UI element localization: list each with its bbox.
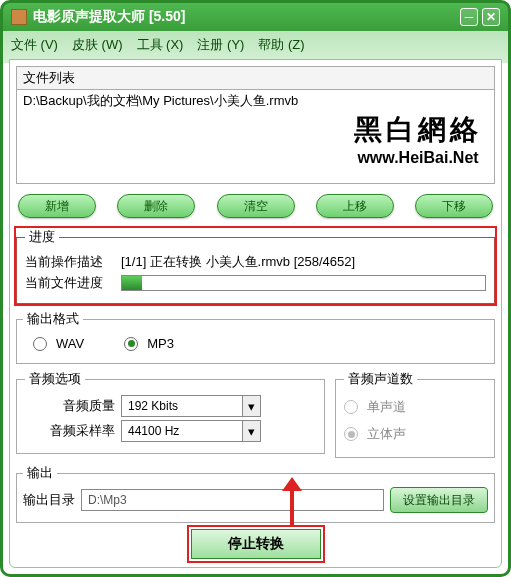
menubar: 文件 (V) 皮肤 (W) 工具 (X) 注册 (Y) 帮助 (Z) bbox=[3, 31, 508, 59]
output-dir-value: D:\Mp3 bbox=[88, 493, 127, 507]
progress-legend: 进度 bbox=[25, 228, 59, 246]
audio-quality-combo[interactable]: 192 Kbits ▾ bbox=[121, 395, 261, 417]
file-progress-label: 当前文件进度 bbox=[25, 274, 115, 292]
client-area: 文件列表 D:\Backup\我的文档\My Pictures\小美人鱼.rmv… bbox=[9, 59, 502, 568]
watermark-text: 黑白網絡 bbox=[354, 111, 482, 149]
audio-options-group: 音频选项 音频质量 192 Kbits ▾ 音频采样率 44100 Hz ▾ bbox=[16, 370, 325, 454]
radio-mono-label: 单声道 bbox=[367, 398, 406, 416]
current-op-value: [1/1] 正在转换 小美人鱼.rmvb [258/4652] bbox=[121, 253, 355, 271]
file-progress-fill bbox=[122, 276, 142, 290]
watermark-url: www.HeiBai.Net bbox=[354, 149, 482, 167]
radio-icon bbox=[344, 400, 358, 414]
file-list[interactable]: 文件列表 D:\Backup\我的文档\My Pictures\小美人鱼.rmv… bbox=[16, 66, 495, 184]
radio-icon bbox=[33, 337, 47, 351]
radio-icon bbox=[344, 427, 358, 441]
radio-mp3-label: MP3 bbox=[147, 336, 174, 351]
menu-register[interactable]: 注册 (Y) bbox=[197, 36, 244, 54]
delete-button[interactable]: 删除 bbox=[117, 194, 195, 218]
window-title: 电影原声提取大师 [5.50] bbox=[33, 8, 185, 26]
radio-mp3[interactable]: MP3 bbox=[124, 336, 174, 351]
list-toolbar: 新增 删除 清空 上移 下移 bbox=[16, 190, 495, 222]
menu-file[interactable]: 文件 (V) bbox=[11, 36, 58, 54]
chevron-down-icon: ▾ bbox=[242, 396, 260, 416]
move-down-button[interactable]: 下移 bbox=[415, 194, 493, 218]
radio-wav[interactable]: WAV bbox=[33, 336, 84, 351]
output-format-group: 输出格式 WAV MP3 bbox=[16, 310, 495, 364]
close-button[interactable]: ✕ bbox=[482, 8, 500, 26]
move-up-button[interactable]: 上移 bbox=[316, 194, 394, 218]
menu-skin[interactable]: 皮肤 (W) bbox=[72, 36, 123, 54]
audio-quality-value: 192 Kbits bbox=[122, 399, 242, 413]
audio-rate-value: 44100 Hz bbox=[122, 424, 242, 438]
menu-tools[interactable]: 工具 (X) bbox=[137, 36, 184, 54]
app-window: 电影原声提取大师 [5.50] ─ ✕ 文件 (V) 皮肤 (W) 工具 (X)… bbox=[0, 0, 511, 577]
stop-convert-button[interactable]: 停止转换 bbox=[191, 529, 321, 559]
menu-help[interactable]: 帮助 (Z) bbox=[258, 36, 304, 54]
audio-options-legend: 音频选项 bbox=[25, 370, 85, 388]
output-format-legend: 输出格式 bbox=[23, 310, 83, 328]
current-op-label: 当前操作描述 bbox=[25, 253, 115, 271]
set-output-dir-button[interactable]: 设置输出目录 bbox=[390, 487, 488, 513]
file-list-header: 文件列表 bbox=[17, 67, 494, 90]
app-icon bbox=[11, 9, 27, 25]
file-progress-bar bbox=[121, 275, 486, 291]
audio-rate-label: 音频采样率 bbox=[25, 422, 115, 440]
file-list-item[interactable]: D:\Backup\我的文档\My Pictures\小美人鱼.rmvb bbox=[23, 92, 488, 110]
output-legend: 输出 bbox=[23, 464, 57, 482]
channels-group: 音频声道数 单声道 立体声 bbox=[335, 370, 495, 458]
channels-legend: 音频声道数 bbox=[344, 370, 417, 388]
radio-icon bbox=[124, 337, 138, 351]
titlebar: 电影原声提取大师 [5.50] ─ ✕ bbox=[3, 3, 508, 31]
radio-stereo[interactable]: 立体声 bbox=[344, 425, 406, 443]
output-dir-label: 输出目录 bbox=[23, 491, 75, 509]
minimize-button[interactable]: ─ bbox=[460, 8, 478, 26]
audio-rate-combo[interactable]: 44100 Hz ▾ bbox=[121, 420, 261, 442]
watermark: 黑白網絡 www.HeiBai.Net bbox=[354, 111, 482, 167]
progress-group: 进度 当前操作描述 [1/1] 正在转换 小美人鱼.rmvb [258/4652… bbox=[16, 228, 495, 304]
radio-stereo-label: 立体声 bbox=[367, 425, 406, 443]
radio-wav-label: WAV bbox=[56, 336, 84, 351]
chevron-down-icon: ▾ bbox=[242, 421, 260, 441]
output-dir-input[interactable]: D:\Mp3 bbox=[81, 489, 384, 511]
audio-quality-label: 音频质量 bbox=[25, 397, 115, 415]
radio-mono[interactable]: 单声道 bbox=[344, 398, 406, 416]
add-button[interactable]: 新增 bbox=[18, 194, 96, 218]
output-group: 输出 输出目录 D:\Mp3 设置输出目录 bbox=[16, 464, 495, 523]
clear-button[interactable]: 清空 bbox=[217, 194, 295, 218]
